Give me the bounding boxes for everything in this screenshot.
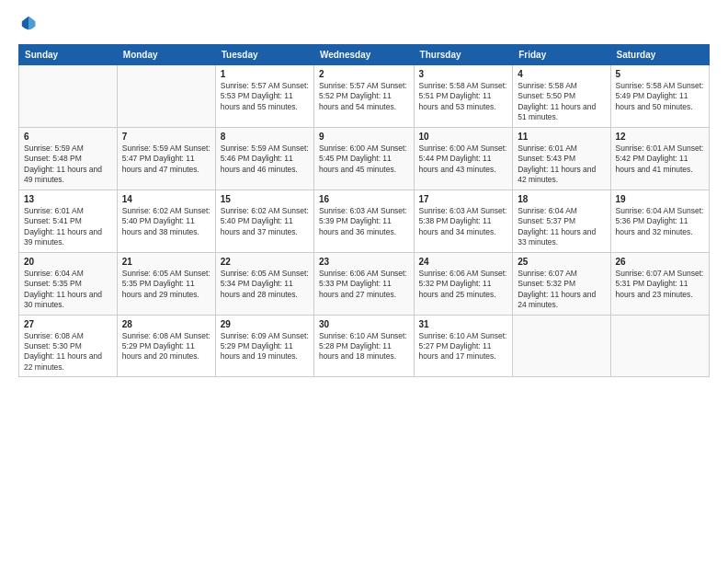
day-number: 14 (122, 194, 210, 204)
day-number: 5 (616, 69, 704, 79)
day-number: 16 (319, 194, 409, 204)
calendar-cell: 21Sunrise: 6:05 AM Sunset: 5:35 PM Dayli… (117, 252, 215, 315)
calendar-cell: 4Sunrise: 5:58 AM Sunset: 5:50 PM Daylig… (513, 65, 610, 128)
calendar-week-row: 13Sunrise: 6:01 AM Sunset: 5:41 PM Dayli… (19, 190, 710, 252)
calendar-cell: 14Sunrise: 6:02 AM Sunset: 5:40 PM Dayli… (117, 190, 215, 252)
day-number: 23 (319, 257, 409, 267)
day-number: 31 (419, 319, 508, 329)
calendar-week-row: 6Sunrise: 5:59 AM Sunset: 5:48 PM Daylig… (19, 127, 710, 190)
calendar-cell: 24Sunrise: 6:06 AM Sunset: 5:32 PM Dayli… (414, 252, 513, 315)
calendar-cell: 6Sunrise: 5:59 AM Sunset: 5:48 PM Daylig… (19, 127, 118, 190)
day-info: Sunrise: 6:07 AM Sunset: 5:31 PM Dayligh… (616, 269, 704, 300)
day-info: Sunrise: 5:58 AM Sunset: 5:51 PM Dayligh… (419, 81, 508, 112)
calendar-cell: 23Sunrise: 6:06 AM Sunset: 5:33 PM Dayli… (313, 252, 414, 315)
calendar-weekday-tuesday: Tuesday (215, 45, 313, 65)
calendar-cell (19, 65, 118, 128)
calendar-header-row: SundayMondayTuesdayWednesdayThursdayFrid… (19, 45, 710, 65)
calendar-cell (117, 65, 215, 128)
day-info: Sunrise: 6:06 AM Sunset: 5:32 PM Dayligh… (419, 269, 508, 300)
day-number: 26 (616, 257, 704, 267)
calendar-cell: 17Sunrise: 6:03 AM Sunset: 5:38 PM Dayli… (414, 190, 513, 252)
calendar-cell: 5Sunrise: 5:58 AM Sunset: 5:49 PM Daylig… (610, 65, 709, 128)
day-number: 10 (419, 132, 508, 142)
day-number: 21 (122, 257, 210, 267)
day-number: 24 (419, 257, 508, 267)
day-number: 27 (24, 319, 112, 329)
day-number: 25 (518, 257, 605, 267)
day-info: Sunrise: 6:01 AM Sunset: 5:42 PM Dayligh… (616, 144, 704, 175)
calendar-cell: 8Sunrise: 5:59 AM Sunset: 5:46 PM Daylig… (215, 127, 313, 190)
day-info: Sunrise: 6:01 AM Sunset: 5:41 PM Dayligh… (24, 206, 112, 248)
calendar-cell: 31Sunrise: 6:10 AM Sunset: 5:27 PM Dayli… (414, 315, 513, 377)
day-info: Sunrise: 6:03 AM Sunset: 5:38 PM Dayligh… (419, 206, 508, 237)
calendar-weekday-wednesday: Wednesday (313, 45, 414, 65)
day-info: Sunrise: 5:59 AM Sunset: 5:47 PM Dayligh… (122, 144, 210, 175)
day-number: 20 (24, 257, 112, 267)
day-number: 17 (419, 194, 508, 204)
calendar-weekday-friday: Friday (513, 45, 610, 65)
calendar-cell: 13Sunrise: 6:01 AM Sunset: 5:41 PM Dayli… (19, 190, 118, 252)
calendar-cell: 29Sunrise: 6:09 AM Sunset: 5:29 PM Dayli… (215, 315, 313, 377)
calendar-weekday-saturday: Saturday (610, 45, 709, 65)
day-info: Sunrise: 5:59 AM Sunset: 5:46 PM Dayligh… (221, 144, 309, 175)
day-info: Sunrise: 6:04 AM Sunset: 5:36 PM Dayligh… (616, 206, 704, 237)
calendar-cell: 26Sunrise: 6:07 AM Sunset: 5:31 PM Dayli… (610, 252, 709, 315)
day-info: Sunrise: 6:00 AM Sunset: 5:44 PM Dayligh… (419, 144, 508, 175)
day-number: 22 (221, 257, 309, 267)
day-info: Sunrise: 6:00 AM Sunset: 5:45 PM Dayligh… (319, 144, 409, 175)
day-info: Sunrise: 6:06 AM Sunset: 5:33 PM Dayligh… (319, 269, 409, 300)
day-info: Sunrise: 6:09 AM Sunset: 5:29 PM Dayligh… (221, 331, 309, 362)
day-number: 29 (221, 319, 309, 329)
calendar-cell: 7Sunrise: 5:59 AM Sunset: 5:47 PM Daylig… (117, 127, 215, 190)
logo-icon (20, 15, 37, 31)
day-number: 6 (24, 132, 112, 142)
day-info: Sunrise: 6:05 AM Sunset: 5:34 PM Dayligh… (221, 269, 309, 300)
calendar-week-row: 27Sunrise: 6:08 AM Sunset: 5:30 PM Dayli… (19, 315, 710, 377)
day-number: 11 (518, 132, 605, 142)
header (18, 15, 710, 35)
calendar-cell: 11Sunrise: 6:01 AM Sunset: 5:43 PM Dayli… (513, 127, 610, 190)
day-info: Sunrise: 6:07 AM Sunset: 5:32 PM Dayligh… (518, 269, 605, 311)
day-info: Sunrise: 6:04 AM Sunset: 5:37 PM Dayligh… (518, 206, 605, 248)
day-number: 4 (518, 69, 605, 79)
calendar-week-row: 20Sunrise: 6:04 AM Sunset: 5:35 PM Dayli… (19, 252, 710, 315)
day-number: 9 (319, 132, 409, 142)
day-info: Sunrise: 6:01 AM Sunset: 5:43 PM Dayligh… (518, 144, 605, 186)
day-number: 3 (419, 69, 508, 79)
calendar-cell: 22Sunrise: 6:05 AM Sunset: 5:34 PM Dayli… (215, 252, 313, 315)
logo (18, 15, 39, 35)
day-info: Sunrise: 6:05 AM Sunset: 5:35 PM Dayligh… (122, 269, 210, 300)
calendar-cell: 27Sunrise: 6:08 AM Sunset: 5:30 PM Dayli… (19, 315, 118, 377)
day-info: Sunrise: 6:10 AM Sunset: 5:27 PM Dayligh… (419, 331, 508, 362)
calendar-cell: 25Sunrise: 6:07 AM Sunset: 5:32 PM Dayli… (513, 252, 610, 315)
calendar-cell: 15Sunrise: 6:02 AM Sunset: 5:40 PM Dayli… (215, 190, 313, 252)
calendar-cell: 1Sunrise: 5:57 AM Sunset: 5:53 PM Daylig… (215, 65, 313, 128)
day-number: 1 (221, 69, 309, 79)
calendar-cell: 2Sunrise: 5:57 AM Sunset: 5:52 PM Daylig… (313, 65, 414, 128)
calendar-cell: 3Sunrise: 5:58 AM Sunset: 5:51 PM Daylig… (414, 65, 513, 128)
day-number: 18 (518, 194, 605, 204)
day-number: 13 (24, 194, 112, 204)
day-number: 2 (319, 69, 409, 79)
calendar-cell: 28Sunrise: 6:08 AM Sunset: 5:29 PM Dayli… (117, 315, 215, 377)
day-number: 12 (616, 132, 704, 142)
calendar-cell (610, 315, 709, 377)
day-info: Sunrise: 6:08 AM Sunset: 5:29 PM Dayligh… (122, 331, 210, 362)
calendar-table: SundayMondayTuesdayWednesdayThursdayFrid… (18, 44, 710, 377)
page: SundayMondayTuesdayWednesdayThursdayFrid… (0, 0, 728, 563)
calendar-cell: 19Sunrise: 6:04 AM Sunset: 5:36 PM Dayli… (610, 190, 709, 252)
day-info: Sunrise: 6:04 AM Sunset: 5:35 PM Dayligh… (24, 269, 112, 311)
day-info: Sunrise: 5:58 AM Sunset: 5:50 PM Dayligh… (518, 81, 605, 123)
day-info: Sunrise: 5:59 AM Sunset: 5:48 PM Dayligh… (24, 144, 112, 186)
day-info: Sunrise: 6:02 AM Sunset: 5:40 PM Dayligh… (221, 206, 309, 237)
day-number: 15 (221, 194, 309, 204)
day-info: Sunrise: 5:57 AM Sunset: 5:52 PM Dayligh… (319, 81, 409, 112)
day-number: 7 (122, 132, 210, 142)
day-info: Sunrise: 5:57 AM Sunset: 5:53 PM Dayligh… (221, 81, 309, 112)
day-info: Sunrise: 6:10 AM Sunset: 5:28 PM Dayligh… (319, 331, 409, 362)
day-number: 30 (319, 319, 409, 329)
calendar-cell: 20Sunrise: 6:04 AM Sunset: 5:35 PM Dayli… (19, 252, 118, 315)
calendar-weekday-monday: Monday (117, 45, 215, 65)
calendar-cell (513, 315, 610, 377)
calendar-weekday-thursday: Thursday (414, 45, 513, 65)
